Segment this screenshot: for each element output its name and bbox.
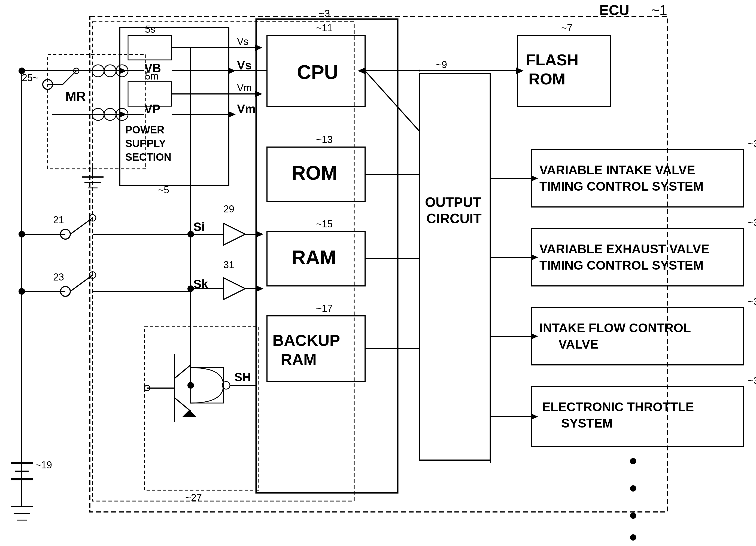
svg-text:•: • (629, 503, 637, 527)
svg-text:Vs: Vs (237, 36, 248, 47)
sys3-label: INTAKE FLOW CONTROL (539, 321, 691, 335)
svg-text:~15: ~15 (316, 219, 333, 230)
vm-label: Vm (237, 102, 256, 116)
svg-rect-30 (531, 229, 744, 286)
svg-text:ROM: ROM (529, 70, 565, 88)
output-circuit-label: OUTPUT (425, 195, 481, 210)
svg-text:•: • (629, 476, 637, 500)
svg-text:RAM: RAM (281, 350, 317, 368)
svg-line-79 (70, 275, 93, 291)
svg-point-153 (187, 382, 194, 389)
vb-label: VB (144, 61, 161, 75)
flash-rom-label: FLASH (526, 51, 578, 69)
svg-marker-87 (223, 278, 245, 299)
svg-text:CIRCUIT: CIRCUIT (426, 211, 482, 226)
svg-marker-116 (516, 68, 524, 74)
svg-marker-133 (531, 413, 538, 420)
svg-text:25~: 25~ (22, 72, 38, 83)
svg-text:5s: 5s (145, 24, 155, 35)
ecu-label: ECU (599, 2, 629, 18)
svg-marker-69 (255, 91, 262, 97)
svg-marker-67 (228, 111, 236, 118)
sh-label: SH (234, 370, 251, 384)
ecu-num: ~1 (651, 2, 667, 18)
svg-rect-33 (531, 308, 744, 365)
svg-text:~11: ~11 (316, 22, 333, 34)
svg-text:~5: ~5 (158, 184, 169, 196)
svg-marker-140 (119, 68, 127, 74)
mr-label: MR (65, 89, 86, 104)
svg-marker-115 (358, 68, 365, 74)
sys1-label: VARIABLE INTAKE VALVE (539, 163, 695, 177)
svg-rect-27 (531, 150, 744, 207)
svg-rect-3 (128, 35, 172, 60)
svg-text:~35: ~35 (748, 217, 756, 228)
switch21-label: 21 (53, 214, 64, 226)
svg-marker-127 (531, 175, 538, 182)
vs-label: Vs (237, 59, 252, 72)
sys4-label: ELECTRONIC THROTTLE (542, 400, 694, 414)
backup-ram-label: BACKUP (272, 331, 340, 349)
power-supply-label: POWER (125, 124, 165, 136)
svg-text:~37: ~37 (748, 296, 756, 307)
svg-text:~7: ~7 (561, 22, 572, 34)
svg-marker-142 (119, 111, 127, 118)
switch23-label: 23 (53, 272, 64, 283)
svg-text:•: • (629, 449, 637, 473)
num31-label: 31 (223, 259, 234, 271)
svg-text:~33: ~33 (748, 138, 756, 149)
svg-line-117 (365, 71, 419, 131)
svg-text:SECTION: SECTION (125, 152, 171, 163)
vp-label: VP (144, 102, 160, 116)
svg-line-104 (174, 365, 191, 378)
svg-text:VALVE: VALVE (558, 337, 599, 351)
svg-marker-108 (183, 410, 196, 417)
svg-rect-21 (420, 74, 490, 460)
svg-text:Vm: Vm (237, 82, 252, 93)
svg-marker-83 (223, 223, 245, 245)
cpu-label: CPU (297, 61, 338, 83)
svg-rect-101 (144, 327, 259, 490)
svg-text:~19: ~19 (35, 459, 52, 471)
svg-text:~27: ~27 (185, 492, 202, 503)
svg-text:~17: ~17 (316, 303, 333, 314)
svg-point-152 (19, 288, 25, 294)
svg-text:•: • (629, 525, 637, 546)
svg-text:TIMING CONTROL SYSTEM: TIMING CONTROL SYSTEM (539, 258, 703, 272)
svg-text:SYSTEM: SYSTEM (561, 416, 613, 430)
svg-point-151 (19, 231, 25, 238)
svg-text:~13: ~13 (316, 134, 333, 145)
svg-text:~3: ~3 (319, 8, 330, 19)
svg-point-150 (19, 68, 25, 74)
svg-text:~39: ~39 (748, 375, 756, 386)
rom-label: ROM (292, 162, 337, 184)
svg-marker-131 (531, 333, 538, 339)
svg-line-105 (174, 397, 191, 411)
sys2-label: VARIABLE EXHAUST VALVE (539, 242, 709, 256)
svg-line-74 (70, 218, 93, 234)
diagram: ECU ~1 5s 5m POWER SUPPLY SECTION ~5 ~3 … (0, 0, 756, 546)
si-label: Si (193, 220, 205, 234)
svg-text:~9: ~9 (436, 59, 447, 70)
svg-rect-109 (191, 368, 223, 403)
num29-label: 29 (223, 204, 234, 215)
ram-label: RAM (292, 247, 336, 268)
svg-marker-129 (531, 254, 538, 261)
svg-marker-64 (255, 44, 262, 51)
svg-text:TIMING CONTROL SYSTEM: TIMING CONTROL SYSTEM (539, 179, 703, 193)
